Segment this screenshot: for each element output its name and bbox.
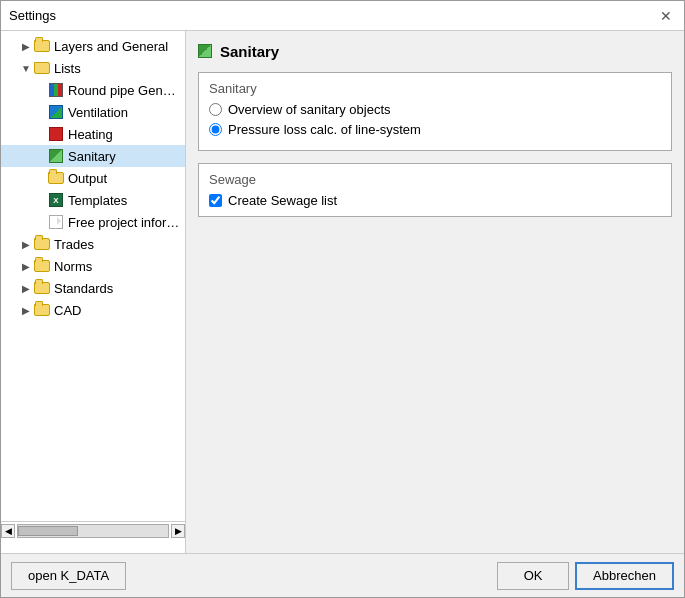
sidebar-item-output[interactable]: Output	[1, 167, 185, 189]
sidebar-scrollbar[interactable]: ◀ ▶	[1, 521, 185, 540]
title-bar: Settings ✕	[1, 1, 684, 31]
sidebar: ▶ Layers and General ▼ Lists Round pipe …	[1, 31, 186, 553]
cancel-button[interactable]: Abbrechen	[575, 562, 674, 590]
trades-folder-icon	[33, 236, 51, 252]
sidebar-label-lists: Lists	[54, 61, 81, 76]
sidebar-item-round-pipe[interactable]: Round pipe General	[1, 79, 185, 101]
arrow-norms: ▶	[19, 261, 33, 272]
footer-right: OK Abbrechen	[497, 562, 674, 590]
window-title: Settings	[9, 8, 56, 23]
checkbox-sewage[interactable]	[209, 194, 222, 207]
radio-overview-label[interactable]: Overview of sanitary objects	[228, 102, 391, 117]
standards-folder-icon	[33, 280, 51, 296]
arrow-lists: ▼	[19, 63, 33, 74]
sidebar-item-standards[interactable]: ▶ Standards	[1, 277, 185, 299]
sanitary-section-label: Sanitary	[209, 81, 661, 96]
sidebar-label-templates: Templates	[68, 193, 127, 208]
sidebar-item-norms[interactable]: ▶ Norms	[1, 255, 185, 277]
scrollbar-thumb[interactable]	[18, 526, 78, 536]
right-panel: Sanitary Sanitary Overview of sanitary o…	[186, 31, 684, 553]
sidebar-item-free-project[interactable]: Free project informal	[1, 211, 185, 233]
templates-icon: X	[47, 192, 65, 208]
sidebar-label-norms: Norms	[54, 259, 92, 274]
sidebar-item-sanitary[interactable]: Sanitary	[1, 145, 185, 167]
checkbox-sewage-row: Create Sewage list	[209, 193, 661, 208]
cad-folder-icon	[33, 302, 51, 318]
scroll-left-arrow[interactable]: ◀	[1, 524, 15, 538]
sidebar-label-free-project: Free project informal	[68, 215, 181, 230]
sidebar-item-ventilation[interactable]: Ventilation	[1, 101, 185, 123]
sidebar-item-layers-general[interactable]: ▶ Layers and General	[1, 35, 185, 57]
sidebar-item-lists[interactable]: ▼ Lists	[1, 57, 185, 79]
arrow-trades: ▶	[19, 239, 33, 250]
heating-icon	[47, 126, 65, 142]
radio-overview[interactable]	[209, 103, 222, 116]
ventilation-icon	[47, 104, 65, 120]
settings-window: Settings ✕ ▶ Layers and General ▼ Lists …	[0, 0, 685, 598]
arrow-cad: ▶	[19, 305, 33, 316]
radio-overview-row: Overview of sanitary objects	[209, 102, 661, 117]
main-content: ▶ Layers and General ▼ Lists Round pipe …	[1, 31, 684, 553]
sanitary-section-box: Sanitary Overview of sanitary objects Pr…	[198, 72, 672, 151]
sidebar-label-heating: Heating	[68, 127, 113, 142]
sidebar-label-ventilation: Ventilation	[68, 105, 128, 120]
arrow-standards: ▶	[19, 283, 33, 294]
sidebar-item-heating[interactable]: Heating	[1, 123, 185, 145]
sidebar-item-templates[interactable]: X Templates	[1, 189, 185, 211]
sidebar-label-cad: CAD	[54, 303, 81, 318]
sanitary-sidebar-icon	[47, 148, 65, 164]
panel-title-bar: Sanitary	[198, 43, 672, 60]
scroll-right-arrow[interactable]: ▶	[171, 524, 185, 538]
footer-left: open K_DATA	[11, 562, 126, 590]
sidebar-item-cad[interactable]: ▶ CAD	[1, 299, 185, 321]
output-folder-icon	[47, 170, 65, 186]
close-button[interactable]: ✕	[656, 8, 676, 24]
sidebar-label-standards: Standards	[54, 281, 113, 296]
radio-pressure-label[interactable]: Pressure loss calc. of line-system	[228, 122, 421, 137]
sidebar-label-output: Output	[68, 171, 107, 186]
ok-button[interactable]: OK	[497, 562, 569, 590]
horizontal-scrollbar[interactable]	[17, 524, 169, 538]
radio-pressure[interactable]	[209, 123, 222, 136]
free-project-icon	[47, 214, 65, 230]
sidebar-label-sanitary: Sanitary	[68, 149, 116, 164]
checkbox-sewage-label[interactable]: Create Sewage list	[228, 193, 337, 208]
sidebar-label-round-pipe: Round pipe General	[68, 83, 181, 98]
sidebar-label-trades: Trades	[54, 237, 94, 252]
sidebar-item-trades[interactable]: ▶ Trades	[1, 233, 185, 255]
folder-icon	[33, 38, 51, 54]
open-kdata-button[interactable]: open K_DATA	[11, 562, 126, 590]
radio-pressure-row: Pressure loss calc. of line-system	[209, 122, 661, 137]
panel-title-text: Sanitary	[220, 43, 279, 60]
sidebar-label-layers-general: Layers and General	[54, 39, 168, 54]
folder-open-icon	[33, 60, 51, 76]
sewage-section-label: Sewage	[209, 172, 661, 187]
footer: open K_DATA OK Abbrechen	[1, 553, 684, 597]
sewage-section-box: Sewage Create Sewage list	[198, 163, 672, 217]
panel-title-icon	[198, 44, 214, 60]
round-pipe-icon	[47, 82, 65, 98]
norms-folder-icon	[33, 258, 51, 274]
arrow-layers: ▶	[19, 41, 33, 52]
